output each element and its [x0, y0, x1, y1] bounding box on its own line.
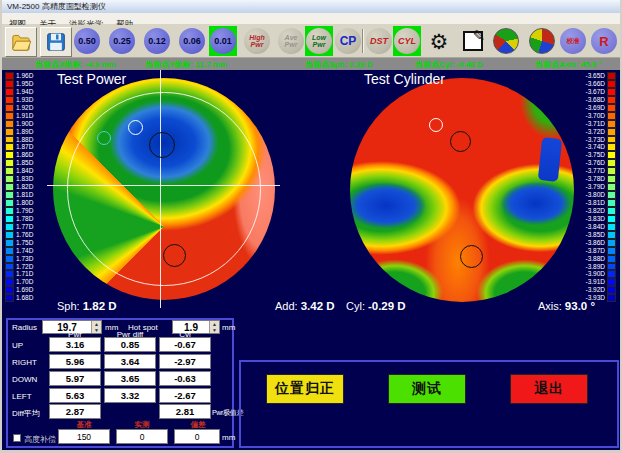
scale-label: 1.84D: [14, 167, 35, 175]
open-file-button[interactable]: [5, 27, 37, 57]
cyl-button[interactable]: CYL: [393, 26, 421, 56]
scale-entry: 1.78D: [5, 215, 41, 223]
cylinder-heatmap[interactable]: [350, 78, 574, 302]
scale-swatch: [5, 286, 14, 294]
scale-swatch: [5, 191, 14, 199]
scale-label: -3.81D: [583, 199, 607, 207]
scale-swatch: [5, 278, 14, 286]
scale-entry: -3.72D: [580, 128, 616, 136]
precision-button-0.50[interactable]: 0.50: [74, 28, 100, 54]
save-button[interactable]: [40, 27, 72, 57]
scale-label: 1.71D: [14, 270, 35, 278]
scale-entry: 1.83D: [5, 175, 41, 183]
reposition-button[interactable]: 位置归正: [266, 374, 344, 404]
cp-button[interactable]: CP: [335, 28, 361, 54]
marker-teal-circle: [97, 131, 111, 145]
precision-button-0.01[interactable]: 0.01: [209, 26, 237, 56]
mode-button-low-pwr[interactable]: LowPwr: [305, 26, 333, 56]
scale-swatch: [5, 104, 14, 112]
scale-swatch: [5, 199, 14, 207]
scale-entry: 1.92D: [5, 104, 41, 112]
scale-swatch: [5, 247, 14, 255]
scale-label: -3.79D: [583, 183, 607, 191]
scale-swatch: [607, 151, 616, 159]
scale-label: -3.65D: [583, 72, 607, 80]
diff-row-label: Diff平均: [12, 408, 40, 419]
scale-entry: 1.72D: [5, 263, 41, 271]
compensation-value-1[interactable]: 0: [116, 429, 168, 444]
scale-swatch: [5, 128, 14, 136]
scale-label: 1.72D: [14, 263, 35, 271]
radius-stepper-arrows[interactable]: ▲▼: [91, 321, 101, 333]
scale-label: 1.91D: [14, 112, 35, 120]
precision-button-0.06[interactable]: 0.06: [179, 28, 205, 54]
scale-label: 1.96D: [14, 72, 35, 80]
scale-entry: 1.94D: [5, 88, 41, 96]
power-heatmap[interactable]: [53, 78, 275, 300]
scale-entry: 1.77D: [5, 223, 41, 231]
scale-entry: -3.85D: [580, 231, 616, 239]
mode-label: AvePwr: [278, 28, 304, 54]
precision-button-0.12[interactable]: 0.12: [144, 28, 170, 54]
scale-label: -3.82D: [583, 207, 607, 215]
radius-label: Radius: [12, 323, 37, 332]
settings-button[interactable]: ⚙: [426, 28, 452, 54]
edit-button[interactable]: ✎: [460, 28, 486, 54]
toolbar: 0.500.250.120.060.01 HighPwrAvePwrLowPwr…: [2, 25, 620, 58]
scale-entry: 1.75D: [5, 239, 41, 247]
scale-label: -3.80D: [583, 191, 607, 199]
exit-button[interactable]: 退出: [510, 374, 588, 404]
scale-entry: 1.70D: [5, 278, 41, 286]
calibrate-button[interactable]: 校准: [560, 28, 586, 54]
row-label-down: DOWN: [12, 375, 37, 384]
cell-up-pwr-diff: 0.85: [104, 337, 156, 352]
cell-up-pwr: 3.16: [49, 337, 101, 352]
scale-entry: 1.85D: [5, 159, 41, 167]
dst-label: DST: [370, 38, 388, 45]
cylinder-map-view-button[interactable]: [529, 28, 555, 54]
height-compensation-checkbox[interactable]: [13, 434, 21, 442]
scale-swatch: [5, 120, 14, 128]
marker-white-circle: [429, 118, 443, 132]
mode-button-ave-pwr[interactable]: AvePwr: [278, 28, 304, 54]
scale-swatch: [5, 175, 14, 183]
reset-button[interactable]: R: [591, 28, 617, 54]
scale-label: -3.92D: [583, 286, 607, 294]
precision-label: 0.25: [109, 28, 135, 54]
scale-entry: -3.67D: [580, 88, 616, 96]
compensation-value-2[interactable]: 0: [174, 429, 220, 444]
cylinder-map-title: Test Cylinder: [364, 71, 445, 87]
row-label-up: UP: [12, 341, 23, 350]
power-map-view-button[interactable]: [493, 28, 519, 54]
cyl-readout: Cyl:-0.29 D: [346, 300, 406, 312]
scale-label: 1.93D: [14, 96, 35, 104]
scale-swatch: [607, 175, 616, 183]
scale-entry: -3.80D: [580, 191, 616, 199]
dst-button[interactable]: DST: [366, 28, 392, 54]
scale-entry: -3.79D: [580, 183, 616, 191]
status-item-4: 当前点Axis: 45.0 °: [535, 59, 602, 70]
marker-black-circle-bottom: [460, 245, 483, 268]
scale-label: -3.68D: [583, 96, 607, 104]
diff-pwr-value: 2.87: [49, 404, 101, 419]
hotspot-stepper-arrows[interactable]: ▲▼: [209, 321, 219, 333]
status-strip: 当前点X坐标: -4.9 mm当前点Y坐标: 11.7 mm当前点Sph: 2.…: [2, 58, 620, 70]
precision-button-0.25[interactable]: 0.25: [109, 28, 135, 54]
test-button[interactable]: 测试: [388, 374, 466, 404]
cell-right-cyl: -2.97: [159, 354, 211, 369]
measurement-panel: Radius 19.7 ▲▼ mm Hot spot 1.9 ▲▼ mm Pwr…: [6, 318, 234, 448]
title-bar[interactable]: VM-2500 高精度面型检测仪: [2, 0, 620, 13]
scale-entry: -3.76D: [580, 159, 616, 167]
scale-swatch: [5, 255, 14, 263]
mode-button-high-pwr[interactable]: HighPwr: [244, 28, 270, 54]
scale-label: -3.71D: [583, 120, 607, 128]
compensation-value-0[interactable]: 150: [58, 429, 110, 444]
cylinder-blue-patch: [538, 138, 562, 182]
scale-entry: 1.95D: [5, 80, 41, 88]
scale-entry: -3.69D: [580, 104, 616, 112]
scale-label: 1.80D: [14, 199, 35, 207]
cell-left-cyl: -2.67: [159, 388, 211, 403]
scale-entry: 1.81D: [5, 191, 41, 199]
scale-swatch: [5, 136, 14, 144]
scale-swatch: [607, 199, 616, 207]
